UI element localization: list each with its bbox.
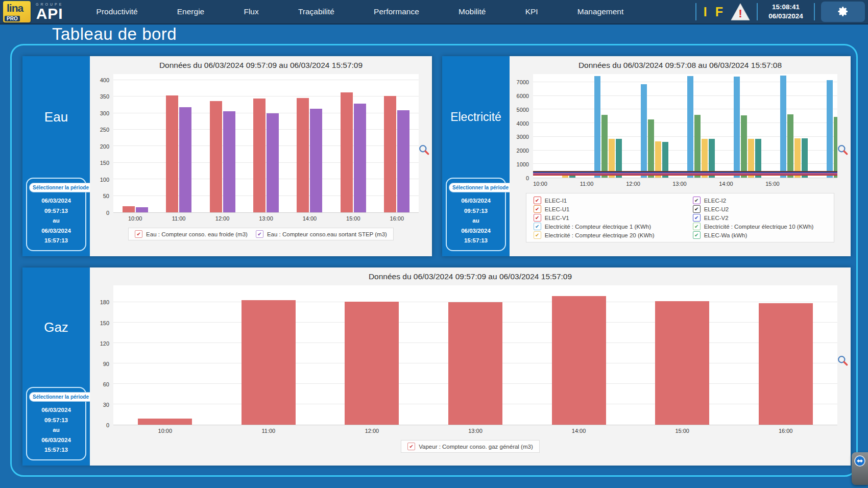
x-tick-label: 10:00 [533, 181, 547, 187]
y-axis: 01000200030004000500060007000 [513, 74, 533, 178]
y-tick-label: 150 [100, 320, 109, 326]
legend-checkbox[interactable]: ✔ [534, 205, 541, 213]
x-axis: 10:0011:0012:0013:0014:0015:00 [533, 178, 837, 189]
nav-item-flux[interactable]: Flux [239, 5, 262, 18]
chart-gaz: Données du 06/03/2024 09:57:09 au 06/03/… [90, 267, 851, 466]
legend-checkbox[interactable]: ✔ [693, 231, 701, 239]
nav-item-mobilite[interactable]: Mobilité [454, 5, 490, 18]
legend-checkbox[interactable]: ✔ [407, 443, 415, 450]
legend-label: Eau : Compteur conso. eau froide (m3) [146, 231, 248, 237]
y-tick-label: 1000 [517, 161, 529, 167]
x-tick-label: 11:00 [172, 215, 186, 222]
legend-label: Electricité : Compteur électrique 10 (KW… [704, 224, 814, 230]
divider [695, 3, 696, 20]
x-tick-label: 12:00 [365, 428, 379, 434]
bar-group [345, 285, 399, 425]
bar [734, 77, 740, 178]
y-tick-label: 100 [100, 177, 109, 183]
legend-checkbox[interactable]: ✔ [534, 223, 541, 230]
bar [138, 419, 192, 425]
bar-group [384, 74, 409, 212]
period-selector: Sélectionner la période : 06/03/2024 09:… [26, 387, 86, 460]
period-start: 06/03/2024 09:57:13 [29, 196, 83, 216]
legend-label: Eau : Compteur conso.eau sortant STEP (m… [267, 231, 387, 237]
groupe-api-logo: Groupe API [36, 3, 63, 21]
x-tick-label: 15:00 [675, 428, 689, 434]
nav-item-tracabilite[interactable]: Traçabilité [294, 5, 339, 18]
bar [345, 302, 399, 425]
nav-item-energie[interactable]: Energie [173, 5, 208, 18]
y-tick-label: 250 [100, 127, 109, 133]
alarm-warning-icon[interactable]: ! [730, 3, 751, 21]
legend-item[interactable]: ✔ELEC-U2 [693, 205, 827, 213]
legend-checkbox[interactable]: ✔ [256, 230, 263, 238]
x-tick-label: 13:00 [468, 428, 483, 434]
x-tick-label: 13:00 [672, 181, 687, 187]
bar [552, 296, 606, 425]
legend-item[interactable]: ✔Electricité : Compteur électrique 20 (K… [534, 231, 688, 239]
legend-checkbox[interactable]: ✔ [693, 223, 701, 230]
bar [594, 76, 600, 178]
bar-group [138, 285, 192, 425]
nav-item-performance[interactable]: Performance [370, 5, 423, 18]
linapro-logo-text: lina [7, 2, 23, 14]
plot [533, 74, 837, 178]
panel-electricite-sidebar: Electricité Sélectionner la période : 06… [442, 56, 510, 256]
bar-group [166, 74, 191, 212]
zoom-icon[interactable] [837, 144, 849, 156]
legend-item[interactable]: ✔Electricité : Compteur électrique 10 (K… [693, 223, 827, 230]
zoom-icon[interactable] [837, 355, 849, 367]
bar-group [253, 74, 279, 212]
linapro-logo: lina PRO [3, 1, 31, 22]
legend-label: Electricité : Compteur électrique 20 (KW… [545, 232, 655, 238]
select-period-button[interactable]: Sélectionner la période : [449, 183, 515, 192]
plot [113, 285, 837, 425]
bar-group [341, 74, 366, 212]
bar [741, 115, 747, 178]
legend-item[interactable]: ✔ELEC-U1 [534, 205, 688, 213]
legend-item[interactable]: ✔ELEC-V2 [693, 214, 827, 222]
legend-item[interactable]: ✔ELEC-I2 [693, 197, 827, 204]
legend-label: ELEC-U1 [545, 206, 570, 212]
nav-item-management[interactable]: Management [573, 5, 628, 18]
legend-label: ELEC-V1 [545, 215, 569, 221]
bar [310, 109, 322, 212]
zoom-icon[interactable] [418, 144, 430, 156]
remote-access-tab[interactable] [852, 452, 868, 485]
legend-item[interactable]: ✔ELEC-I1 [534, 197, 688, 204]
bar-group [827, 74, 837, 178]
main-nav: ProductivitéEnergieFluxTraçabilitéPerfor… [77, 0, 643, 23]
legend-item[interactable]: ✔Eau : Compteur conso. eau froide (m3) [135, 230, 248, 238]
settings-button[interactable] [821, 2, 865, 22]
select-period-button[interactable]: Sélectionner la période : [29, 183, 95, 192]
y-tick-label: 150 [100, 160, 109, 166]
legend-checkbox[interactable]: ✔ [693, 205, 701, 213]
x-tick-label: 12:00 [626, 181, 640, 187]
legend-checkbox[interactable]: ✔ [135, 230, 142, 238]
legend-item[interactable]: ✔ELEC-V1 [534, 214, 688, 222]
legend-checkbox[interactable]: ✔ [693, 214, 701, 222]
legend-checkbox[interactable]: ✔ [534, 214, 541, 222]
bar-group [242, 285, 296, 425]
legend-checkbox[interactable]: ✔ [534, 231, 541, 239]
x-tick-label: 10:00 [158, 428, 173, 434]
y-tick-label: 0 [526, 175, 529, 181]
legend-item[interactable]: ✔ELEC-Wa (kWh) [693, 231, 827, 239]
legend-checkbox[interactable]: ✔ [534, 197, 541, 204]
bar-group [448, 285, 502, 425]
select-period-button[interactable]: Sélectionner la période : [29, 392, 95, 402]
bar [210, 101, 222, 212]
bar [655, 301, 709, 425]
y-tick-label: 300 [100, 110, 109, 116]
period-start: 06/03/2024 09:57:13 [449, 196, 503, 216]
legend-item[interactable]: ✔Electricité : Compteur électrique 1 (KW… [534, 223, 688, 230]
y-tick-label: 4000 [517, 120, 529, 127]
legend-item[interactable]: ✔Vapeur : Compteur conso. gaz général (m… [407, 443, 533, 450]
nav-item-productivite[interactable]: Productivité [92, 5, 142, 18]
legend-item[interactable]: ✔Eau : Compteur conso.eau sortant STEP (… [256, 230, 387, 238]
x-tick-label: 10:00 [128, 215, 142, 222]
nav-item-kpi[interactable]: KPI [521, 5, 542, 18]
y-tick-label: 200 [100, 143, 109, 150]
legend-checkbox[interactable]: ✔ [693, 197, 701, 204]
panel-electricite: Electricité Sélectionner la période : 06… [442, 56, 851, 256]
